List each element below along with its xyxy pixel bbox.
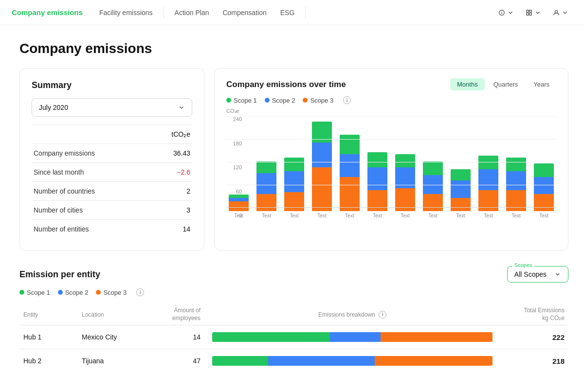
bar-seg-s2-10 — [506, 171, 526, 190]
navigation: Company emissions Facility emissions Act… — [0, 0, 584, 25]
nav-compensation[interactable]: Compensation — [218, 6, 271, 19]
bar-seg-s1-6 — [395, 154, 415, 167]
entity-total-1: 218 — [500, 349, 568, 373]
bar-seg-s1-7 — [423, 161, 443, 175]
scope2-label: Scope 2 — [272, 97, 295, 104]
date-dropdown[interactable]: July 2020 — [32, 98, 192, 117]
col-employees: Amount of employees — [156, 304, 204, 325]
summary-label-0: Company emissions — [32, 144, 151, 163]
stacked-bar-11 — [534, 163, 554, 211]
bar-group-4: Text — [337, 116, 362, 218]
scopes-dropdown-chevron-icon — [554, 271, 561, 278]
chart-area: CO₂e 240 180 120 60 0 — [226, 108, 556, 225]
entity-bar-seg-1-0 — [212, 356, 268, 366]
summary-row-3: Number of cities 3 — [32, 201, 192, 220]
entity-row-0: Hub 1Mexico City14222 — [19, 325, 568, 349]
nav-divider-2 — [305, 7, 306, 18]
bar-group-1: Text — [254, 116, 279, 218]
bar-group-10: Text — [504, 116, 529, 218]
time-quarters-button[interactable]: Quarters — [487, 78, 525, 90]
time-years-button[interactable]: Years — [527, 78, 556, 90]
summary-row-0: Company emissions 36.43 — [32, 144, 192, 163]
bar-label-4: Text — [345, 213, 354, 218]
scope3-dot — [303, 98, 308, 103]
scopes-dropdown-label: Scopes — [512, 262, 534, 268]
scope2-dot — [265, 98, 270, 103]
entity-section: Emission per entity Scopes All Scopes Sc… — [19, 266, 568, 373]
stacked-bar-3 — [312, 122, 332, 211]
time-toggle: Months Quarters Years — [450, 78, 556, 90]
bar-group-8: Text — [448, 116, 473, 218]
summary-label-3: Number of cities — [32, 201, 151, 220]
bar-seg-s1-3 — [312, 122, 332, 143]
scope3-label: Scope 3 — [310, 97, 333, 104]
bar-seg-s1-2 — [284, 158, 304, 171]
entity-name-0: Hub 1 — [19, 325, 78, 349]
bar-seg-s3-1 — [256, 194, 276, 211]
entity-legend: Scope 1 Scope 2 Scope 3 i — [19, 288, 568, 296]
tco2-header: tCO₂e — [151, 125, 192, 144]
bar-seg-s3-4 — [340, 177, 360, 212]
svg-rect-4 — [529, 10, 531, 12]
summary-value-1: −2.6 — [151, 163, 192, 182]
bar-seg-s3-7 — [423, 194, 443, 211]
bar-label-9: Text — [484, 213, 493, 218]
time-months-button[interactable]: Months — [450, 78, 485, 90]
bar-seg-s1-10 — [506, 158, 526, 171]
date-dropdown-chevron-icon — [178, 104, 185, 111]
bar-label-2: Text — [290, 213, 298, 218]
summary-row-1: Since last month −2.6 — [32, 163, 192, 182]
top-row: Summary July 2020 tCO₂e Company emission… — [19, 68, 568, 250]
summary-label-2: Number of countries — [32, 182, 151, 201]
nav-action-plan[interactable]: Action Plan — [170, 6, 214, 19]
entity-scope3-dot — [96, 290, 101, 295]
bars-container: TextTextTextTextTextTextTextTextTextText… — [226, 116, 556, 218]
bar-seg-s2-1 — [256, 173, 276, 194]
col-emissions-text: Emissions breakdown — [318, 311, 375, 318]
bar-label-3: Text — [317, 213, 326, 218]
bar-label-7: Text — [428, 213, 437, 218]
bar-group-6: Text — [393, 116, 418, 218]
summary-label-4: Number of entities — [32, 220, 151, 239]
chart-info-icon[interactable]: i — [343, 96, 351, 104]
bar-seg-s1-11 — [534, 163, 554, 177]
legend-scope2: Scope 2 — [265, 97, 295, 104]
nav-facility-emissions[interactable]: Facility emissions — [94, 6, 158, 19]
chart-legend: Scope 1 Scope 2 Scope 3 i — [226, 96, 556, 104]
entity-scope2-dot — [58, 290, 63, 295]
entity-bar-seg-0-2 — [381, 332, 493, 342]
bar-seg-s3-8 — [451, 198, 471, 211]
bar-seg-s2-8 — [451, 180, 471, 197]
bar-label-8: Text — [456, 213, 465, 218]
chart-y-label: CO₂e — [226, 108, 556, 114]
page-title: Company emissions — [19, 41, 568, 56]
entity-scope2-label: Scope 2 — [65, 289, 89, 296]
bar-group-2: Text — [282, 116, 307, 218]
bar-group-5: Text — [365, 116, 390, 218]
summary-value-2: 2 — [151, 182, 192, 201]
date-dropdown-value: July 2020 — [39, 104, 68, 111]
nav-info-button[interactable] — [494, 7, 518, 18]
entity-title: Emission per entity — [19, 269, 100, 280]
stacked-bar-6 — [395, 154, 415, 211]
nav-logo[interactable]: Company emissions — [12, 8, 83, 17]
bar-seg-s2-0 — [229, 198, 249, 202]
stacked-bar-4 — [340, 135, 360, 211]
nav-user-button[interactable] — [549, 7, 572, 18]
bar-group-9: Text — [476, 116, 501, 218]
entity-header: Emission per entity Scopes All Scopes — [19, 266, 568, 283]
bar-seg-s2-7 — [423, 175, 443, 194]
entity-info-icon[interactable]: i — [136, 288, 144, 296]
breakdown-info-icon[interactable]: i — [379, 311, 386, 319]
summary-value-0: 36.43 — [151, 144, 192, 163]
nav-esg[interactable]: ESG — [275, 6, 300, 19]
scopes-dropdown[interactable]: Scopes All Scopes — [507, 266, 568, 283]
nav-divider-1 — [164, 7, 164, 18]
svg-rect-5 — [527, 13, 529, 15]
entity-bar-seg-1-2 — [375, 356, 493, 366]
bar-label-10: Text — [511, 213, 520, 218]
nav-grid-button[interactable] — [522, 7, 545, 18]
bar-seg-s1-5 — [367, 152, 387, 167]
stacked-bar-0 — [229, 195, 249, 211]
main-content: Company emissions Summary July 2020 tCO₂… — [0, 25, 584, 388]
